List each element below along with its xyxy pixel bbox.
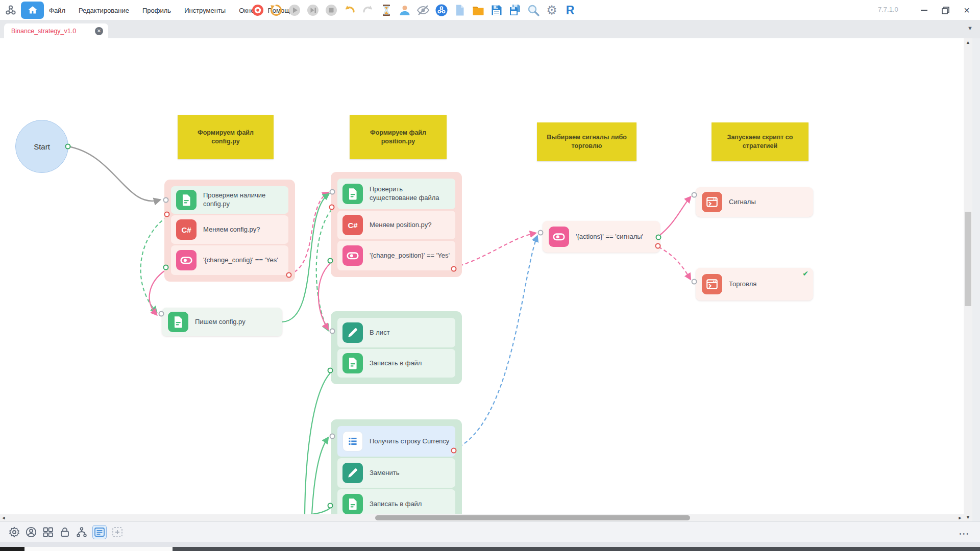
csharp-icon: C#	[342, 215, 363, 235]
group-write-list[interactable]: В лист Записать в файл	[331, 311, 462, 384]
node-if-actions[interactable]: '{actions}' == 'сигналы'	[543, 221, 660, 253]
connection-point[interactable]	[159, 311, 164, 317]
tab-binance-strategy[interactable]: Binance_strategy_v1.0 ✕	[4, 23, 108, 38]
horizontal-scrollbar[interactable]: ◄ ►	[0, 514, 964, 521]
profile-button[interactable]	[398, 4, 411, 17]
action-row-if-change-config[interactable]: '{change_config}' == 'Yes'	[171, 245, 288, 275]
undo-button[interactable]	[343, 4, 356, 17]
scroll-up-icon[interactable]: ▲	[964, 38, 972, 46]
redo-button[interactable]	[361, 4, 375, 17]
action-row-get-currency[interactable]: Получить строку Currency	[337, 426, 455, 457]
add-region-button[interactable]	[111, 526, 124, 538]
list-view-button[interactable]	[92, 525, 107, 539]
more-options-button[interactable]: •••	[959, 531, 970, 537]
note-position[interactable]: Формируем файл position.py	[350, 115, 447, 159]
tab-close-icon[interactable]: ✕	[95, 27, 103, 35]
lock-button[interactable]	[59, 526, 71, 538]
note-signals-or-trade[interactable]: Выбираем сигналы либо торговлю	[537, 122, 636, 161]
blocks-view-button[interactable]	[42, 526, 54, 538]
vertical-scroll-thumb[interactable]	[965, 212, 971, 306]
menu-item-tools[interactable]: Инструменты	[184, 7, 226, 14]
folder-icon	[472, 4, 485, 17]
logic-tree-button[interactable]	[76, 526, 88, 538]
connection-point[interactable]	[656, 235, 662, 240]
profile-view-button[interactable]	[25, 526, 37, 538]
action-row-change-position[interactable]: C# Меняем position.py?	[337, 211, 455, 239]
stop-button[interactable]	[325, 4, 338, 17]
connection-point[interactable]	[538, 230, 544, 236]
action-row-write-file[interactable]: Записать в файл	[337, 489, 455, 514]
user-circle-icon	[25, 526, 37, 538]
home-button[interactable]	[21, 2, 44, 19]
scroll-right-icon[interactable]: ►	[957, 514, 964, 521]
connection-point[interactable]	[330, 189, 335, 195]
canvas-settings-button[interactable]	[8, 526, 20, 538]
action-row-check-file[interactable]: Проверить существование файла	[337, 179, 455, 209]
taskbar-segment-light	[24, 547, 173, 551]
restore-button[interactable]	[941, 6, 949, 14]
flow-canvas[interactable]: Start Формируем файл config.py Формируем…	[0, 38, 964, 514]
connection-point[interactable]	[328, 258, 333, 264]
tab-list-dropdown[interactable]: ▼	[967, 25, 973, 31]
record-button[interactable]	[251, 4, 264, 17]
search-button[interactable]	[527, 4, 540, 17]
scroll-down-icon[interactable]: ▼	[964, 513, 972, 521]
new-project-button[interactable]	[453, 4, 467, 17]
connection-point[interactable]	[163, 197, 169, 203]
profile-icon	[398, 4, 411, 17]
connection-point[interactable]	[330, 329, 335, 334]
connection-point[interactable]	[330, 434, 335, 439]
code-recorder-button[interactable]: R	[564, 4, 577, 17]
connection-point[interactable]	[329, 205, 335, 210]
scroll-left-icon[interactable]: ◄	[0, 514, 7, 521]
horizontal-scroll-thumb[interactable]	[375, 515, 690, 520]
play-button[interactable]	[288, 4, 301, 17]
action-row-check-config[interactable]: Проверяем наличие config.py	[171, 186, 288, 214]
list-icon	[342, 431, 363, 452]
connection-point[interactable]	[328, 368, 333, 373]
connection-point[interactable]	[692, 279, 697, 285]
connector-group1-pishem-pink	[150, 270, 166, 314]
vertical-scrollbar[interactable]: ▲ ▼	[964, 38, 972, 521]
connection-point[interactable]	[286, 272, 292, 278]
menu-item-profile[interactable]: Профиль	[142, 7, 171, 14]
open-project-button[interactable]	[472, 4, 485, 17]
save-all-button[interactable]	[508, 4, 522, 17]
action-row-replace[interactable]: Заменить	[337, 458, 455, 488]
hide-browser-button[interactable]	[416, 4, 430, 17]
note-config[interactable]: Формируем файл config.py	[178, 115, 274, 159]
group-position[interactable]: Проверить существование файла C# Меняем …	[331, 172, 462, 277]
menu-item-edit[interactable]: Редактирование	[79, 7, 129, 14]
connection-point[interactable]	[451, 266, 457, 272]
node-signals[interactable]: Сигналы	[696, 187, 813, 217]
action-row-if-change-position[interactable]: '{change_position}' == 'Yes'	[337, 241, 455, 270]
note-run-strategy[interactable]: Запускаем скрипт со стратегией	[712, 122, 808, 161]
restart-button[interactable]	[270, 4, 283, 17]
action-label: Заменить	[370, 469, 399, 478]
settings-button[interactable]: ⚙	[545, 4, 558, 17]
connection-point[interactable]	[692, 192, 697, 198]
connection-point[interactable]	[328, 503, 333, 509]
connection-point[interactable]	[164, 212, 170, 217]
app-button[interactable]	[435, 4, 448, 17]
step-forward-button[interactable]	[306, 4, 320, 17]
close-button[interactable]: ×	[963, 6, 971, 14]
group-currency[interactable]: Получить строку Currency Заменить Записа…	[331, 419, 462, 514]
wait-button[interactable]	[380, 4, 393, 17]
action-label: Сигналы	[729, 198, 756, 207]
save-button[interactable]	[490, 4, 503, 17]
connection-point[interactable]	[65, 144, 71, 149]
tree-icon	[76, 526, 88, 538]
connection-point[interactable]	[163, 265, 169, 270]
node-write-config[interactable]: Пишем config.py	[162, 308, 282, 336]
group-config[interactable]: Проверяем наличие config.py C# Меняем co…	[164, 180, 295, 282]
minimize-button[interactable]	[920, 6, 928, 14]
action-row-change-config[interactable]: C# Меняем config.py?	[171, 215, 288, 244]
start-node[interactable]: Start	[15, 120, 68, 173]
menu-item-file[interactable]: Файл	[49, 7, 65, 14]
action-row-write-file[interactable]: Записать в файл	[337, 349, 455, 378]
connection-point[interactable]	[451, 448, 457, 454]
connection-point[interactable]	[655, 243, 661, 249]
action-row-to-list[interactable]: В лист	[337, 318, 455, 347]
node-trade[interactable]: Торговля ✔	[696, 268, 813, 300]
